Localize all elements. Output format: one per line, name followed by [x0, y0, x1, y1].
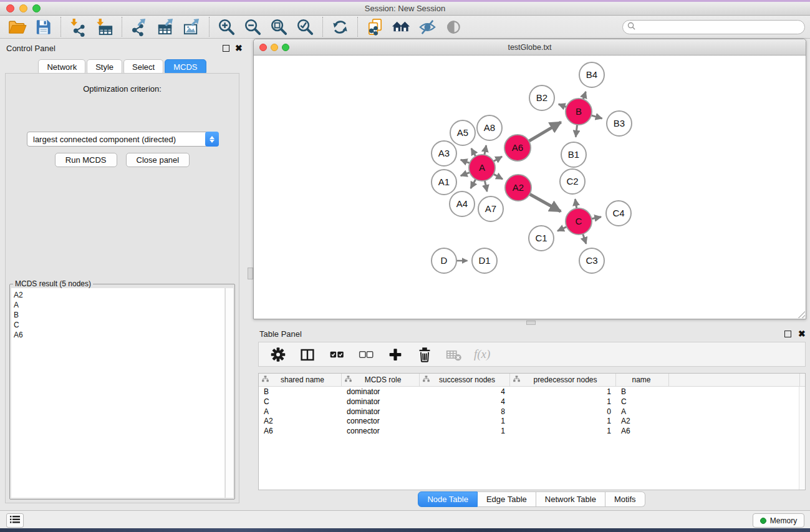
table-cell[interactable]: connector [342, 426, 420, 436]
table-cell[interactable]: A2 [259, 416, 342, 426]
search-input[interactable] [638, 22, 794, 31]
import-table-icon[interactable] [94, 17, 115, 37]
graph-node-D1[interactable]: D1 [472, 248, 497, 273]
column-header-successor-nodes[interactable]: successor nodes [420, 374, 510, 386]
graph-node-C3[interactable]: C3 [579, 248, 604, 273]
vertical-split-handle[interactable] [248, 268, 253, 279]
graph-node-A4[interactable]: A4 [450, 191, 475, 216]
graph-edge-B-B2[interactable] [559, 104, 567, 107]
table-cell[interactable]: dominator [342, 407, 420, 417]
table-row[interactable]: Bdominator41B [259, 387, 805, 397]
graph-node-B1[interactable]: B1 [561, 142, 586, 167]
graph-node-A[interactable]: A [469, 155, 495, 181]
deselect-all-icon[interactable] [357, 345, 375, 364]
graph-node-A7[interactable]: A7 [478, 196, 503, 221]
export-table-icon[interactable] [155, 17, 176, 37]
save-session-icon[interactable] [33, 17, 54, 37]
table-cell[interactable]: 8 [420, 407, 510, 417]
graph-edge-A-A3[interactable] [461, 160, 471, 163]
add-column-icon[interactable] [386, 345, 405, 364]
settings-gear-icon[interactable] [269, 345, 287, 364]
table-row[interactable]: Adominator80A [259, 407, 805, 417]
graph-edge-C-C2[interactable] [575, 199, 576, 209]
table-cell[interactable]: A [259, 407, 342, 417]
graph-edge-A-A4[interactable] [471, 179, 476, 188]
table-cell[interactable]: 1 [510, 387, 616, 397]
network-canvas[interactable]: B4B2BB3A8A5A6A3B1AA1C2A2A4A7C4CC1C3DD1 [254, 56, 806, 319]
zoom-out-icon[interactable] [243, 17, 263, 37]
table-cell[interactable]: B [259, 387, 342, 397]
table-cell[interactable]: 1 [510, 416, 616, 426]
graph-edge-B-B1[interactable] [576, 124, 577, 137]
task-history-button[interactable] [6, 513, 24, 528]
column-header-shared-name[interactable]: shared name [259, 374, 342, 386]
graph-edge-C-C3[interactable] [582, 233, 586, 244]
graph-node-C2[interactable]: C2 [560, 169, 585, 194]
table-row[interactable]: Cdominator41C [259, 397, 805, 407]
graph-edge-A2-C[interactable] [529, 194, 561, 211]
graph-edge-A6-B[interactable] [528, 122, 561, 142]
table-row[interactable]: A2connector11A2 [259, 416, 805, 426]
graph-edge-A-A2[interactable] [493, 174, 503, 180]
graph-edge-B-B4[interactable] [583, 92, 586, 100]
mcds-result-item[interactable]: A2 [14, 290, 224, 300]
table-cell[interactable]: 4 [420, 397, 510, 407]
table-cell[interactable]: C [259, 397, 342, 407]
node-table-scrollbar[interactable] [799, 387, 805, 490]
close-panel-button[interactable]: Close panel [126, 153, 190, 167]
table-cell[interactable]: 1 [420, 426, 510, 436]
graph-edge-A-A5[interactable] [471, 148, 476, 157]
table-cell[interactable]: A6 [259, 426, 342, 436]
table-row[interactable]: A6connector11A6 [259, 426, 805, 436]
graph-node-A5[interactable]: A5 [450, 120, 475, 145]
zoom-fit-icon[interactable] [269, 17, 289, 37]
table-cell[interactable]: dominator [342, 397, 420, 407]
graph-node-C4[interactable]: C4 [606, 201, 631, 226]
table-cell[interactable]: connector [342, 416, 420, 426]
mcds-result-item[interactable]: B [14, 310, 224, 320]
graph-edge-C-C1[interactable] [557, 226, 567, 231]
graph-edge-B-B3[interactable] [591, 115, 602, 118]
mcds-result-scrollbar[interactable] [225, 288, 233, 498]
column-header-predecessor-nodes[interactable]: predecessor nodes [510, 374, 616, 386]
table-cell[interactable]: B [616, 387, 669, 397]
column-header-MCDS-role[interactable]: MCDS role [342, 374, 420, 386]
cybrowser-home-icon[interactable] [391, 17, 412, 37]
graph-node-C[interactable]: C [566, 208, 592, 235]
table-cell[interactable]: C [616, 397, 669, 407]
table-cell[interactable]: 1 [420, 416, 510, 426]
import-network-icon[interactable] [68, 17, 89, 37]
export-image-icon[interactable] [181, 17, 202, 37]
mcds-result-item[interactable]: C [14, 320, 224, 330]
table-cell[interactable]: 1 [510, 426, 616, 436]
graph-node-D[interactable]: D [432, 248, 456, 273]
select-all-icon[interactable] [327, 345, 346, 364]
graph-edge-A-A7[interactable] [485, 180, 487, 191]
column-visibility-icon[interactable] [298, 345, 317, 364]
graph-edge-A-A8[interactable] [485, 145, 486, 155]
float-table-panel-icon[interactable] [784, 331, 791, 337]
refresh-icon[interactable] [330, 17, 350, 37]
graph-node-B3[interactable]: B3 [607, 111, 632, 136]
float-panel-icon[interactable] [223, 45, 229, 52]
table-cell[interactable]: A6 [616, 426, 669, 436]
tab-edge-table[interactable]: Edge Table [478, 491, 536, 507]
zoom-selected-icon[interactable] [295, 17, 316, 37]
run-mcds-button[interactable]: Run MCDS [55, 153, 117, 167]
search-box[interactable] [622, 20, 805, 34]
mcds-result-item[interactable]: A [14, 300, 224, 310]
mcds-result-item[interactable]: A6 [14, 330, 224, 340]
graph-edge-A-A1[interactable] [461, 172, 471, 176]
table-cell[interactable]: 4 [420, 387, 510, 397]
graph-node-B4[interactable]: B4 [579, 62, 604, 87]
graph-edge-A-A6[interactable] [493, 157, 502, 162]
graph-node-C1[interactable]: C1 [529, 226, 554, 251]
tab-network-table[interactable]: Network Table [536, 491, 605, 507]
delete-column-icon[interactable] [415, 345, 434, 364]
criterion-dropdown[interactable]: largest connected component (directed) [27, 132, 219, 147]
table-cell[interactable]: dominator [342, 387, 420, 397]
tab-motifs[interactable]: Motifs [605, 491, 645, 507]
graph-node-A2[interactable]: A2 [505, 175, 531, 201]
column-header-name[interactable]: name [616, 374, 669, 386]
export-network-icon[interactable] [129, 17, 150, 37]
